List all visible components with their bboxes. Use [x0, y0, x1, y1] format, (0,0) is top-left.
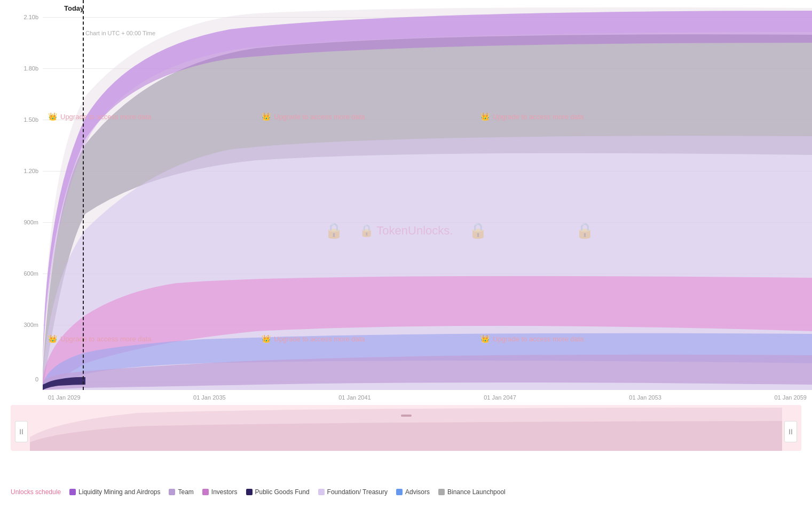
scrollbar-right-handle[interactable]: ⏸	[784, 421, 797, 442]
legend-label-binance: Binance Launchpool	[447, 488, 506, 496]
legend-label-advisors: Advisors	[405, 488, 430, 496]
legend-dot-public-goods	[246, 489, 253, 495]
x-label-2053: 01 Jan 2053	[629, 394, 661, 401]
y-label-300m: 300m	[23, 322, 38, 328]
legend-dot-team	[169, 489, 175, 495]
y-label-120b: 1.20b	[23, 168, 38, 174]
x-label-2059: 01 Jan 2059	[774, 394, 807, 401]
y-axis: 2.10b 1.80b 1.50b 1.20b 900m 600m 300m 0	[0, 0, 43, 406]
legend-item-investors: Investors	[202, 488, 238, 496]
legend-label-foundation: Foundation/ Treasury	[327, 488, 388, 496]
legend-item-liquidity: Liquidity Mining and Airdrops	[69, 488, 160, 496]
x-label-2041: 01 Jan 2041	[338, 394, 371, 401]
scrollbar-chart	[30, 405, 782, 451]
scrollbar-area: ⏸ ⏸	[11, 405, 801, 451]
y-label-180b: 1.80b	[23, 65, 38, 72]
legend: Unlocks schedule Liquidity Mining and Ai…	[0, 458, 812, 526]
x-label-2047: 01 Jan 2047	[484, 394, 516, 401]
today-line	[83, 0, 84, 390]
y-label-900m: 900m	[23, 219, 38, 225]
legend-dot-foundation	[318, 489, 325, 495]
legend-item-advisors: Advisors	[396, 488, 430, 496]
y-label-210b: 2.10b	[23, 14, 38, 20]
legend-item-foundation: Foundation/ Treasury	[318, 488, 388, 496]
y-label-0: 0	[35, 376, 38, 382]
legend-item-binance: Binance Launchpool	[438, 488, 506, 496]
x-label-2035: 01 Jan 2035	[193, 394, 226, 401]
legend-title: Unlocks schedule	[11, 488, 61, 496]
legend-dot-liquidity	[69, 489, 76, 495]
legend-label-team: Team	[178, 488, 193, 496]
x-axis: 01 Jan 2029 01 Jan 2035 01 Jan 2041 01 J…	[43, 394, 812, 401]
legend-label-liquidity: Liquidity Mining and Airdrops	[78, 488, 160, 496]
legend-item-team: Team	[169, 488, 193, 496]
legend-dot-binance	[438, 489, 445, 495]
legend-label-investors: Investors	[211, 488, 238, 496]
x-label-2029: 01 Jan 2029	[48, 394, 81, 401]
legend-dot-investors	[202, 489, 209, 495]
y-label-600m: 600m	[23, 270, 38, 277]
scrollbar-indicator	[401, 415, 412, 417]
chart-container: 2.10b 1.80b 1.50b 1.20b 900m 600m 300m 0…	[0, 0, 812, 531]
legend-dot-advisors	[396, 489, 403, 495]
legend-label-public-goods: Public Goods Fund	[255, 488, 310, 496]
legend-item-public-goods: Public Goods Fund	[246, 488, 310, 496]
scrollbar-left-handle[interactable]: ⏸	[15, 421, 28, 442]
chart-svg	[43, 0, 812, 390]
y-label-150b: 1.50b	[23, 116, 38, 123]
